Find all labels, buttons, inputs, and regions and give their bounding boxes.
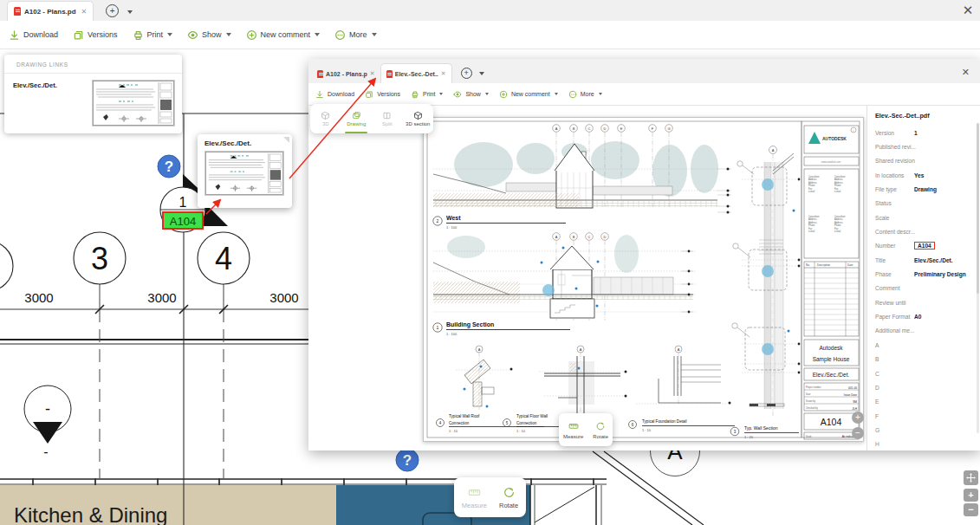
- svg-text:Consultant: Consultant: [834, 215, 846, 218]
- svg-text:Typical Floor Wall: Typical Floor Wall: [516, 414, 548, 418]
- tab-close-icon[interactable]: ✕: [370, 70, 375, 77]
- dimension-value: 3000: [24, 290, 53, 305]
- tab-list-chevron-icon[interactable]: [127, 10, 133, 14]
- measure-rotate-toolbar: Measure Rotate: [454, 477, 526, 517]
- room-label: Kitchen & Dining: [14, 503, 167, 525]
- grid-bubble-3: 3: [74, 232, 126, 284]
- rotate-button[interactable]: Rotate: [499, 486, 518, 509]
- svg-text:JLH: JLH: [852, 407, 857, 411]
- mode-3d-section-button[interactable]: 3D section: [403, 104, 434, 133]
- measure-button[interactable]: Measure: [462, 486, 487, 509]
- property-row: Version1: [875, 126, 973, 139]
- scrollbar[interactable]: [977, 123, 979, 433]
- svg-text:G: G: [667, 126, 670, 131]
- svg-text:SM: SM: [853, 400, 857, 404]
- show-button[interactable]: Show: [453, 90, 489, 99]
- property-row: In locationsYes: [875, 168, 973, 182]
- svg-text:-: -: [43, 444, 48, 459]
- pdf-viewer-canvas[interactable]: AB CD EF G: [308, 106, 866, 450]
- rotate-button[interactable]: Rotate: [593, 421, 608, 439]
- close-icon[interactable]: ✕: [958, 2, 977, 19]
- svg-text:E: E: [620, 126, 623, 131]
- chevron-down-icon: [599, 93, 602, 95]
- svg-text:C: C: [588, 126, 591, 131]
- tab-close-icon[interactable]: ✕: [81, 8, 88, 16]
- zoom-out-button[interactable]: −: [852, 427, 864, 439]
- print-button[interactable]: Print: [133, 29, 173, 41]
- versions-icon: [365, 90, 373, 99]
- show-eye-icon: [453, 90, 462, 99]
- download-icon: [315, 90, 324, 99]
- new-comment-button[interactable]: New comment: [499, 90, 558, 99]
- mode-3d-button[interactable]: 3D: [310, 104, 341, 133]
- drawing-link-thumbnail[interactable]: [92, 80, 175, 126]
- zoom-in-button[interactable]: +: [964, 489, 978, 502]
- pdf-file-icon: [317, 70, 323, 78]
- mode-split-button[interactable]: Split: [372, 104, 403, 133]
- versions-button[interactable]: Versions: [365, 90, 400, 99]
- tab-list-chevron-icon[interactable]: [479, 72, 484, 75]
- link-question-icon[interactable]: ?: [158, 155, 180, 178]
- sheet-title: Elev./Sec./Det.: [813, 372, 850, 378]
- more-button[interactable]: More: [334, 29, 377, 41]
- close-icon[interactable]: ✕: [962, 67, 970, 78]
- new-tab-button[interactable]: +: [106, 2, 119, 18]
- new-tab-button[interactable]: +: [461, 63, 472, 79]
- zoom-in-button[interactable]: +: [852, 412, 864, 424]
- callout-number: 1: [179, 195, 187, 210]
- property-row: Review until: [875, 295, 973, 309]
- download-button[interactable]: Download: [9, 29, 58, 41]
- chevron-down-icon: [315, 33, 320, 36]
- show-button[interactable]: Show: [187, 29, 231, 41]
- svg-text:1 : 10: 1 : 10: [642, 428, 652, 432]
- tab-title: A102 - Plans.pd: [24, 8, 76, 16]
- versions-button[interactable]: Versions: [73, 29, 118, 41]
- viewer-toolbar: Download Versions Print Show New comment…: [0, 21, 980, 49]
- more-button[interactable]: More: [568, 90, 602, 99]
- more-ellipsis-icon: [568, 90, 577, 99]
- drawing-link-item[interactable]: Elev./Sec./Det.: [13, 80, 83, 89]
- svg-text:e-mail: e-mail: [808, 230, 815, 233]
- svg-text:Address: Address: [834, 181, 843, 185]
- plus-circle-icon: [246, 29, 257, 41]
- markup-dot[interactable]: [542, 284, 555, 296]
- chevron-down-icon: [372, 33, 377, 36]
- property-row: PhasePreliminary Design: [875, 267, 973, 281]
- plan-dimension-line: 3000 3000 3000: [0, 290, 308, 314]
- pdf-file-icon: [386, 70, 393, 78]
- download-button[interactable]: Download: [315, 90, 354, 99]
- mode-drawing-button[interactable]: Drawing: [341, 104, 373, 133]
- svg-text:Date: Date: [847, 263, 853, 267]
- svg-text:4: 4: [215, 241, 232, 276]
- callout-sheet-number[interactable]: A104: [170, 215, 196, 228]
- tab-close-icon[interactable]: ✕: [441, 70, 446, 77]
- website: www.autodesk.com: [821, 160, 840, 164]
- link-question-icon[interactable]: ?: [396, 449, 419, 471]
- tooltip-thumbnail[interactable]: [204, 151, 284, 196]
- drawing-sheet-a104: AB CD EF G: [423, 117, 864, 442]
- zoom-out-button[interactable]: −: [964, 503, 978, 516]
- link-preview-tooltip: Elev./Sec./Det.: [198, 134, 292, 208]
- svg-text:2: 2: [437, 218, 439, 224]
- svg-text:D: D: [604, 235, 607, 239]
- tab-a102-plans[interactable]: A102 - Plans.pd ✕: [7, 1, 94, 21]
- pan-button[interactable]: [964, 470, 978, 485]
- property-row: Scale: [875, 211, 973, 224]
- svg-text:1 : 100: 1 : 100: [446, 332, 458, 336]
- property-row: B: [875, 353, 973, 366]
- svg-text:Phone: Phone: [834, 184, 841, 187]
- new-comment-button[interactable]: New comment: [246, 29, 321, 41]
- inner-tab-elev-sec-det[interactable]: Elev.-Sec.-Det.. ✕: [380, 63, 452, 83]
- svg-text:Phone: Phone: [808, 224, 815, 227]
- property-row: C: [875, 366, 973, 380]
- measure-button[interactable]: Measure: [563, 421, 583, 439]
- level-marker: - -: [24, 386, 71, 459]
- svg-text:Fax: Fax: [834, 187, 839, 191]
- inner-tab-a102-plans[interactable]: A102 - Plans.p ✕: [312, 64, 380, 83]
- plus-icon: +: [461, 68, 472, 79]
- svg-text:Fax: Fax: [808, 187, 813, 191]
- chevron-down-icon: [167, 33, 172, 36]
- svg-text:001-00: 001-00: [848, 386, 857, 390]
- svg-text:Building Section: Building Section: [446, 321, 494, 328]
- print-button[interactable]: Print: [411, 90, 443, 99]
